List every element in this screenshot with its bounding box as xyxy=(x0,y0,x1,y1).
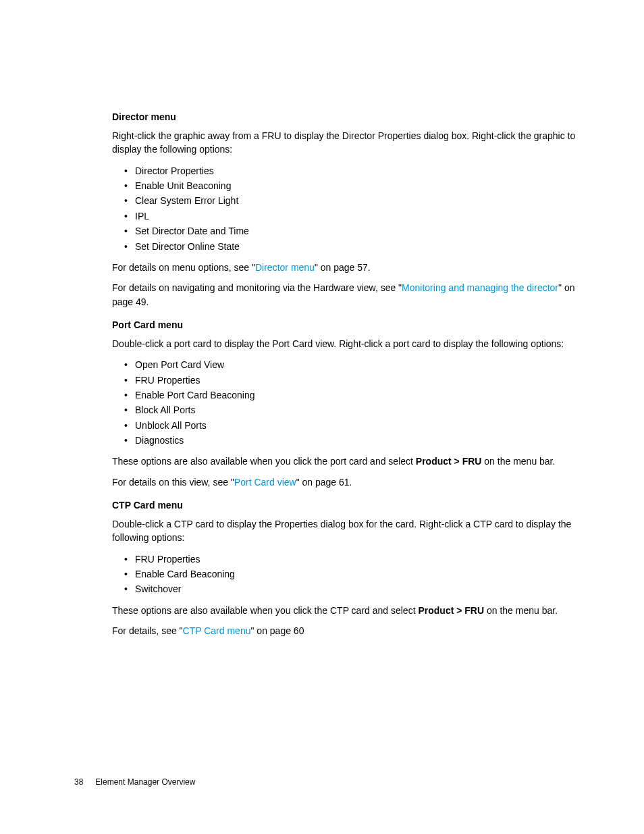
page-number: 38 xyxy=(74,777,83,787)
director-menu-heading: Director menu xyxy=(112,111,576,122)
text-segment: on the menu bar. xyxy=(484,605,558,616)
product-fru-bold: Product > FRU xyxy=(418,605,484,616)
director-menu-section: Director menu Right-click the graphic aw… xyxy=(112,111,576,309)
list-item: Clear System Error Light xyxy=(124,193,576,208)
text-segment: For details on menu options, see " xyxy=(112,262,255,273)
text-segment: For details on this view, see " xyxy=(112,477,234,488)
list-item: Set Director Online State xyxy=(124,239,576,254)
text-segment: on the menu bar. xyxy=(481,456,555,467)
list-item: FRU Properties xyxy=(124,552,576,567)
text-segment: " on page 61. xyxy=(296,477,352,488)
port-card-menu-list: Open Port Card View FRU Properties Enabl… xyxy=(112,357,576,448)
ctp-card-details-1: These options are also available when yo… xyxy=(112,604,576,617)
text-segment: " on page 57. xyxy=(315,262,371,273)
port-card-menu-intro: Double-click a port card to display the … xyxy=(112,337,576,350)
list-item: IPL xyxy=(124,209,576,224)
text-segment: For details on navigating and monitoring… xyxy=(112,282,402,293)
director-menu-link[interactable]: Director menu xyxy=(255,262,315,273)
port-card-menu-heading: Port Card menu xyxy=(112,319,576,330)
director-menu-list: Director Properties Enable Unit Beaconin… xyxy=(112,163,576,254)
list-item: Director Properties xyxy=(124,163,576,178)
port-card-details-2: For details on this view, see "Port Card… xyxy=(112,475,576,489)
page-content: Director menu Right-click the graphic aw… xyxy=(0,0,644,637)
list-item: Enable Card Beaconing xyxy=(124,567,576,581)
director-details-1: For details on menu options, see "Direct… xyxy=(112,261,576,274)
director-details-2: For details on navigating and monitoring… xyxy=(112,281,576,309)
director-menu-intro: Right-click the graphic away from a FRU … xyxy=(112,129,576,157)
list-item: Diagnostics xyxy=(124,433,576,448)
text-segment: These options are also available when yo… xyxy=(112,456,416,467)
ctp-card-menu-list: FRU Properties Enable Card Beaconing Swi… xyxy=(112,552,576,597)
list-item: Enable Unit Beaconing xyxy=(124,178,576,193)
list-item: Set Director Date and Time xyxy=(124,224,576,238)
text-segment: These options are also available when yo… xyxy=(112,605,418,616)
product-fru-bold: Product > FRU xyxy=(416,456,482,467)
port-card-view-link[interactable]: Port Card view xyxy=(234,477,296,488)
list-item: Open Port Card View xyxy=(124,357,576,372)
port-card-details-1: These options are also available when yo… xyxy=(112,454,576,468)
monitoring-managing-link[interactable]: Monitoring and managing the director xyxy=(402,282,558,293)
list-item: Unblock All Ports xyxy=(124,418,576,433)
list-item: Switchover xyxy=(124,581,576,596)
ctp-card-menu-intro: Double-click a CTP card to display the P… xyxy=(112,517,576,545)
ctp-card-details-2: For details, see "CTP Card menu" on page… xyxy=(112,624,576,637)
list-item: FRU Properties xyxy=(124,373,576,388)
ctp-card-menu-heading: CTP Card menu xyxy=(112,500,576,511)
text-segment: " on page 60 xyxy=(250,625,304,636)
page-footer: 38Element Manager Overview xyxy=(74,777,195,787)
ctp-card-menu-section: CTP Card menu Double-click a CTP card to… xyxy=(112,500,576,637)
list-item: Block All Ports xyxy=(124,402,576,417)
port-card-menu-section: Port Card menu Double-click a port card … xyxy=(112,319,576,489)
chapter-title: Element Manager Overview xyxy=(95,777,195,787)
text-segment: For details, see " xyxy=(112,625,183,636)
ctp-card-menu-link[interactable]: CTP Card menu xyxy=(183,625,251,636)
list-item: Enable Port Card Beaconing xyxy=(124,388,576,402)
